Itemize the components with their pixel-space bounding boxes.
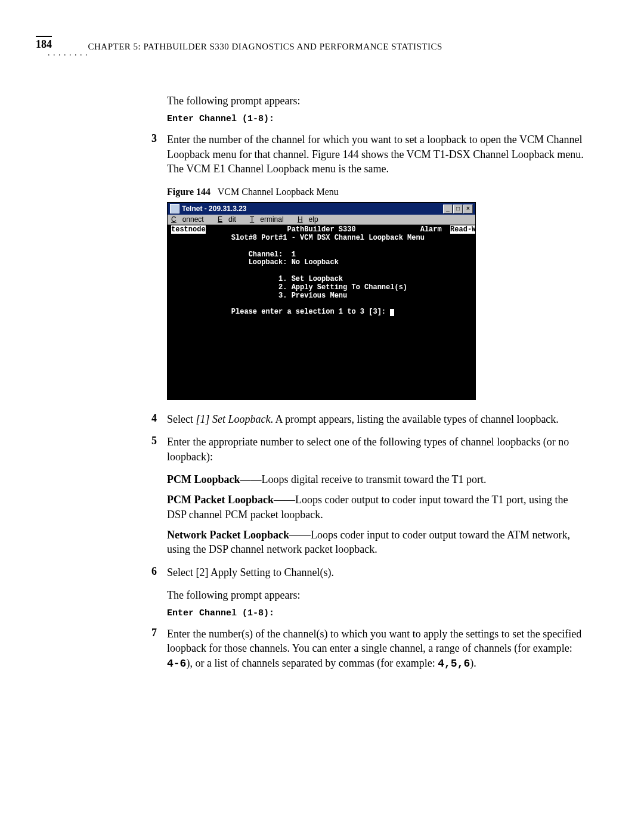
channel-line: Channel: 1 bbox=[249, 250, 296, 259]
step-4-text: Select [1] Set Loopback. A prompt appear… bbox=[167, 412, 584, 426]
step-number: 7 bbox=[151, 627, 157, 639]
step4-italic: [1] Set Loopback bbox=[196, 413, 270, 425]
step-7: 7 Enter the number(s) of the channel(s) … bbox=[167, 627, 584, 671]
pcm-loopback-label: PCM Loopback bbox=[167, 473, 240, 485]
code-prompt-2: Enter Channel (1-8): bbox=[167, 608, 584, 618]
menu-terminal[interactable]: Terminal bbox=[250, 215, 290, 224]
telnet-icon bbox=[170, 204, 179, 213]
titlebar-left: Telnet - 209.31.3.23 bbox=[170, 204, 247, 213]
step-number: 5 bbox=[151, 435, 157, 447]
option-1: 1. Set Loopback bbox=[278, 275, 343, 283]
step-6-text: Select [2] Apply Setting to Channel(s). bbox=[167, 565, 584, 580]
dotted-decoration: . . . . . . . . bbox=[48, 48, 88, 58]
pcm-packet-label: PCM Packet Loopback bbox=[167, 494, 274, 506]
pcm-loopback-para: PCM Loopback——Loops digital receive to t… bbox=[167, 472, 584, 487]
step7-a: Enter the number(s) of the channel(s) to… bbox=[167, 628, 581, 654]
step-7-text: Enter the number(s) of the channel(s) to… bbox=[167, 627, 584, 671]
telnet-window: Telnet - 209.31.3.23 _ □ × Connect Edit … bbox=[167, 202, 476, 400]
node-name: testnode bbox=[171, 225, 206, 234]
minimize-icon[interactable]: _ bbox=[443, 205, 453, 213]
code-prompt-1: Enter Channel (1-8): bbox=[167, 114, 584, 124]
maximize-icon[interactable]: □ bbox=[453, 205, 463, 213]
step7-range: 4-6 bbox=[167, 658, 186, 670]
pcm-packet-loopback-para: PCM Packet Loopback——Loops coder output … bbox=[167, 493, 584, 522]
telnet-menubar: Connect Edit Terminal Help bbox=[168, 215, 475, 225]
step-5: 5 Enter the appropriate number to select… bbox=[167, 435, 584, 464]
window-controls: _ □ × bbox=[443, 205, 473, 213]
menu-connect[interactable]: Connect bbox=[171, 215, 210, 224]
loopback-line: Loopback: No Loopback bbox=[249, 258, 339, 267]
step-3: 3 Enter the number of the channel for wh… bbox=[167, 132, 584, 176]
step-4: 4 Select [1] Set Loopback. A prompt appe… bbox=[167, 412, 584, 426]
option-2: 2. Apply Setting To Channel(s) bbox=[278, 283, 407, 292]
step7-b: ), or a list of channels separated by co… bbox=[186, 657, 438, 669]
step-5-text: Enter the appropriate number to select o… bbox=[167, 435, 584, 464]
figure-label: Figure 144 bbox=[167, 187, 210, 197]
step7-list: 4,5,6 bbox=[438, 658, 470, 670]
content-area: The following prompt appears: Enter Chan… bbox=[167, 94, 584, 671]
chapter-title: CHAPTER 5: PATHBUILDER S330 DIAGNOSTICS … bbox=[88, 42, 442, 52]
step4-pre: Select bbox=[167, 413, 196, 425]
step7-c: ). bbox=[470, 657, 476, 669]
network-packet-loopback-para: Network Packet Loopback——Loops coder inp… bbox=[167, 528, 584, 557]
menu-title-line: Slot#8 Port#1 - VCM DSX Channel Loopback… bbox=[231, 234, 425, 242]
close-icon[interactable]: × bbox=[463, 205, 473, 213]
menu-edit[interactable]: Edit bbox=[218, 215, 242, 224]
step-3-text: Enter the number of the channel for whic… bbox=[167, 132, 584, 176]
figure-caption-text: VCM Channel Loopback Menu bbox=[218, 187, 339, 197]
telnet-titlebar: Telnet - 209.31.3.23 _ □ × bbox=[168, 203, 475, 215]
alarm-label: Alarm bbox=[420, 225, 442, 234]
step6-prompt-intro: The following prompt appears: bbox=[167, 588, 584, 602]
telnet-title-text: Telnet - 209.31.3.23 bbox=[182, 205, 247, 213]
net-packet-label: Network Packet Loopback bbox=[167, 529, 289, 541]
access-mode: Read-Write bbox=[450, 225, 475, 234]
figure-caption: Figure 144 VCM Channel Loopback Menu bbox=[167, 187, 584, 197]
step4-post: . A prompt appears, listing the availabl… bbox=[270, 413, 558, 425]
step-number: 6 bbox=[151, 565, 157, 578]
menu-help[interactable]: Help bbox=[298, 215, 324, 224]
pcm-loopback-text: ——Loops digital receive to transmit towa… bbox=[240, 473, 487, 485]
step-number: 3 bbox=[151, 132, 157, 145]
header-left: 184 . . . . . . . . bbox=[36, 36, 88, 58]
step-number: 4 bbox=[151, 412, 157, 425]
option-3: 3. Previous Menu bbox=[278, 292, 347, 300]
device-name: PathBuilder S330 bbox=[287, 225, 355, 234]
cursor-icon bbox=[390, 309, 394, 316]
telnet-body[interactable]: testnode PathBuilder S330 Alarm Read-Wri… bbox=[168, 225, 475, 400]
selection-prompt: Please enter a selection 1 to 3 [3]: bbox=[231, 308, 390, 316]
intro-prompt-text: The following prompt appears: bbox=[167, 94, 584, 108]
page-header: 184 . . . . . . . . CHAPTER 5: PATHBUILD… bbox=[36, 36, 596, 58]
step-6: 6 Select [2] Apply Setting to Channel(s)… bbox=[167, 565, 584, 580]
page-container: 184 . . . . . . . . CHAPTER 5: PATHBUILD… bbox=[0, 0, 644, 715]
